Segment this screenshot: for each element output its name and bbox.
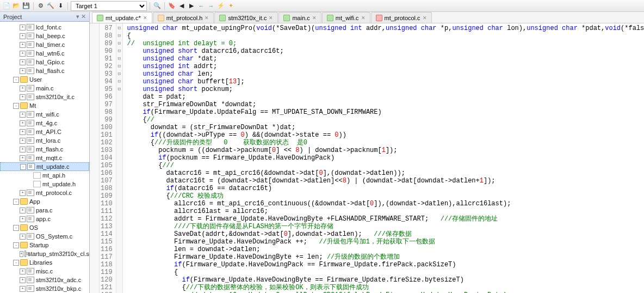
tree-item-label: mt_update.c: [36, 163, 70, 170]
expander-icon[interactable]: +: [20, 216, 26, 222]
expander-icon[interactable]: +: [20, 25, 26, 30]
open-icon[interactable]: 📂: [12, 2, 21, 10]
new-file-icon[interactable]: 📄: [2, 2, 11, 10]
tree-item-label: hal_wtn6.c: [36, 50, 65, 57]
expander-icon[interactable]: +: [20, 146, 26, 152]
tree-item[interactable]: +startup_stm32f10x_cl.s: [0, 249, 89, 258]
tree-item[interactable]: -mt_update.c: [0, 162, 89, 171]
next-bookmark-icon[interactable]: ▶: [187, 2, 196, 10]
expander-icon[interactable]: +: [20, 86, 26, 91]
expander-icon[interactable]: +: [20, 207, 26, 213]
expander-icon[interactable]: +: [20, 42, 26, 48]
expander-icon[interactable]: +: [20, 59, 26, 65]
tab-close-icon[interactable]: ✕: [312, 15, 317, 21]
tree-item[interactable]: mt_api.h: [0, 171, 89, 180]
expander-icon[interactable]: +: [20, 51, 26, 57]
expander-icon[interactable]: -: [13, 103, 19, 109]
tree-item[interactable]: +stm32f10x_it.c: [0, 93, 89, 101]
tree-item[interactable]: -OS: [0, 223, 89, 232]
expander-icon[interactable]: -: [20, 164, 26, 170]
tab-close-icon[interactable]: ✕: [269, 15, 273, 21]
expander-icon[interactable]: -: [13, 260, 19, 266]
expander-icon[interactable]: +: [20, 120, 26, 126]
tree-item[interactable]: -Mt: [0, 101, 89, 110]
expander-icon[interactable]: +: [20, 112, 26, 118]
tree-item[interactable]: -Startup: [0, 241, 89, 249]
tree-item[interactable]: +mt_4g.c: [0, 119, 89, 127]
tree-item[interactable]: -Libraries: [0, 258, 89, 267]
indent-right-icon[interactable]: →: [207, 2, 215, 10]
editor-tab[interactable]: mt_wifi.c✕: [322, 12, 370, 23]
tree-item[interactable]: -App: [0, 197, 89, 206]
tree-item[interactable]: +hal_timer.c: [0, 40, 89, 49]
expander-icon[interactable]: -: [13, 77, 19, 83]
expander-icon[interactable]: [26, 173, 32, 179]
debug-icon[interactable]: 🔍: [153, 2, 162, 10]
save-icon[interactable]: 💾: [22, 2, 30, 10]
tree-item[interactable]: +stm32f10x_bkp.c: [0, 284, 89, 293]
tab-close-icon[interactable]: ✕: [423, 15, 427, 21]
code-viewport[interactable]: 8788899091929394959697989910010110210310…: [90, 23, 644, 293]
expander-icon[interactable]: +: [20, 68, 26, 74]
expander-icon[interactable]: +: [20, 138, 26, 144]
editor-tab[interactable]: main.c✕: [278, 12, 321, 23]
tree-item[interactable]: +mt_API.C: [0, 127, 89, 136]
tree-item[interactable]: +hal_beep.c: [0, 32, 89, 40]
tree-item[interactable]: mt_update.h: [0, 180, 89, 188]
expander-icon[interactable]: +: [20, 33, 26, 39]
expander-icon[interactable]: +: [20, 190, 26, 196]
file-type-icon: [219, 15, 226, 21]
fold-column[interactable]: ⊟⊟⊟⊟⊟⊟⊟⊟⊟: [116, 23, 123, 293]
rebuild-icon[interactable]: 🔨: [46, 2, 55, 10]
prev-bookmark-icon[interactable]: ◀: [177, 2, 186, 10]
expander-icon[interactable]: -: [13, 199, 19, 205]
expander-icon[interactable]: +: [20, 251, 23, 257]
tree-item[interactable]: +app.c: [0, 215, 89, 223]
editor-tab[interactable]: mt_protocol.c✕: [371, 12, 432, 23]
options-icon[interactable]: ✦: [226, 2, 235, 10]
tree-item[interactable]: +hal_flash.c: [0, 66, 89, 75]
tree-item[interactable]: +mt_mqtt.c: [0, 154, 89, 162]
close-panel-icon[interactable]: ▾ ✕: [76, 13, 86, 20]
tree-item[interactable]: +lcd_font.c: [0, 23, 89, 32]
download-icon[interactable]: ⬇: [56, 2, 65, 10]
tree-item[interactable]: +OS_System.c: [0, 232, 89, 241]
expander-icon[interactable]: +: [20, 268, 26, 274]
editor-tab[interactable]: mt_update.c*✕: [92, 12, 152, 23]
indent-left-icon[interactable]: ←: [197, 2, 206, 10]
target-selector[interactable]: Target 1: [71, 1, 147, 11]
tree-item-label: mt_update.h: [42, 181, 76, 187]
tree-item[interactable]: +hal_Gpio.c: [0, 58, 89, 66]
project-title-label: Project: [3, 14, 22, 20]
config-icon[interactable]: ⚡: [216, 2, 225, 10]
tab-close-icon[interactable]: ✕: [361, 15, 366, 21]
expander-icon[interactable]: +: [20, 286, 26, 292]
tree-item[interactable]: +mt_protocol.c: [0, 188, 89, 197]
editor-tab[interactable]: mt_protocol.h✕: [153, 12, 214, 23]
expander-icon[interactable]: -: [13, 242, 19, 248]
tree-item[interactable]: -User: [0, 75, 89, 84]
code-content[interactable]: unsigned char mt_update_upingPro(void(*S…: [123, 23, 644, 293]
tree-item[interactable]: +mt_wifi.c: [0, 110, 89, 119]
expander-icon[interactable]: +: [20, 277, 26, 283]
project-tree[interactable]: +lcd_font.c+hal_beep.c+hal_timer.c+hal_w…: [0, 22, 89, 293]
tree-item[interactable]: +stm32f10x_adc.c: [0, 276, 89, 284]
tree-item-label: mt_4g.c: [36, 120, 57, 126]
tree-item[interactable]: +para.c: [0, 206, 89, 215]
expander-icon[interactable]: -: [13, 225, 19, 231]
tab-close-icon[interactable]: ✕: [205, 15, 209, 21]
expander-icon[interactable]: +: [20, 155, 26, 161]
expander-icon[interactable]: +: [20, 234, 26, 240]
tree-item[interactable]: +misc.c: [0, 267, 89, 276]
tree-item[interactable]: +hal_wtn6.c: [0, 49, 89, 58]
expander-icon[interactable]: +: [20, 94, 26, 100]
build-icon[interactable]: ⚙: [36, 2, 45, 10]
tree-item[interactable]: +mt_flash.c: [0, 145, 89, 154]
expander-icon[interactable]: +: [20, 129, 26, 135]
bookmark-icon[interactable]: 🔖: [168, 2, 176, 10]
tab-close-icon[interactable]: ✕: [143, 15, 147, 21]
tree-item[interactable]: +mt_lora.c: [0, 136, 89, 145]
editor-tab[interactable]: stm32f10x_it.c✕: [214, 12, 278, 23]
expander-icon[interactable]: [26, 181, 32, 187]
tree-item[interactable]: +main.c: [0, 84, 89, 93]
